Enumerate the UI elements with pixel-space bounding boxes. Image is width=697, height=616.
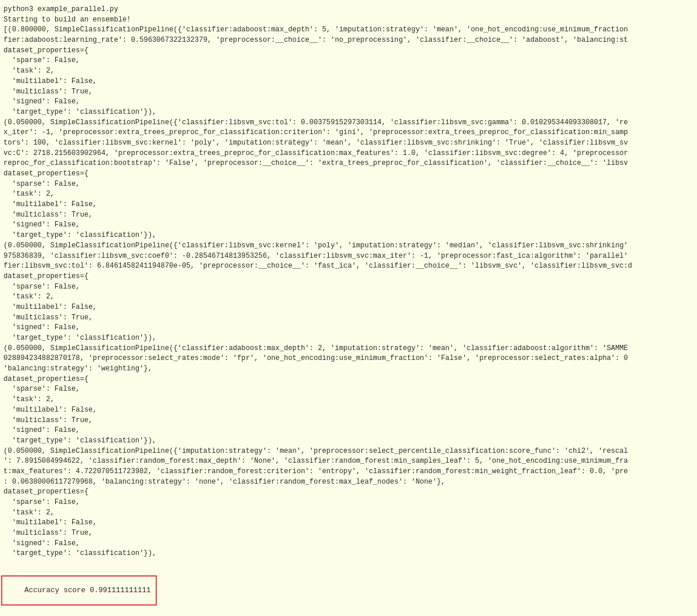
output-line: vc:C': 2718.215603902964, 'preprocessor:… — [3, 149, 694, 159]
output-line: : 0.06380006117279968, 'balancing:strate… — [3, 477, 694, 488]
output-line: 'signed': False, — [3, 323, 694, 333]
output-line: dataset_properties={ — [3, 487, 694, 498]
output-line: 028894234882870178, 'preprocessor:select… — [3, 354, 694, 364]
output-line: 'signed': False, — [3, 426, 694, 436]
output-line: (0.050000, SimpleClassificationPipeline(… — [3, 241, 694, 251]
output-line: 'sparse': False, — [3, 282, 694, 293]
output-line: 'multiclass': True, — [3, 528, 694, 539]
output-line: 'target_type': 'classification'}), — [3, 436, 694, 446]
output-line: dataset_properties={ — [3, 46, 694, 56]
accuracy-text: Accuracy score 0.991111111111 — [24, 586, 151, 595]
output-line: 'balancing:strategy': 'weighting'}, — [3, 364, 694, 374]
output-line: 'sparse': False, — [3, 56, 694, 66]
output-line: 'target_type': 'classification'}), — [3, 549, 694, 559]
output-line: x_iter': -1, 'preprocessor:extra_trees_p… — [3, 128, 694, 138]
output-line: fier:libsvm_svc:tol': 6.8461458241194870… — [3, 261, 694, 272]
output-line: fier:adaboost:learning_rate': 0.59630673… — [3, 35, 694, 46]
output-line: (0.050000, SimpleClassificationPipeline(… — [3, 118, 694, 128]
output-lines: python3 example_parallel.pyStarting to b… — [3, 5, 694, 559]
terminal-window: python3 example_parallel.pyStarting to b… — [0, 0, 697, 616]
output-line: 'sparse': False, — [3, 179, 694, 190]
output-line: 'multiclass': True, — [3, 416, 694, 426]
output-line: 'signed': False, — [3, 97, 694, 107]
output-line: 'multilabel': False, — [3, 405, 694, 416]
output-line: ': 7.8915084994622, 'classifier:random_f… — [3, 456, 694, 467]
output-line: reproc_for_classification:bootstrap': 'F… — [3, 158, 694, 169]
output-line: dataset_properties={ — [3, 169, 694, 179]
output-line: 'multilabel': False, — [3, 518, 694, 528]
output-line: dataset_properties={ — [3, 272, 694, 282]
output-line: 'signed': False, — [3, 220, 694, 230]
output-line: tors': 100, 'classifier:libsvm_svc:kerne… — [3, 138, 694, 149]
output-line: [(0.800000, SimpleClassificationPipeline… — [3, 25, 694, 35]
output-line: 'target_type': 'classification'}), — [3, 107, 694, 118]
output-line: 'multilabel': False, — [3, 77, 694, 87]
output-line: 'multiclass': True, — [3, 210, 694, 221]
output-line: 'task': 2, — [3, 189, 694, 200]
output-line: 'task': 2, — [3, 66, 694, 77]
output-line: 'multiclass': True, — [3, 87, 694, 98]
output-line: 975836839, 'classifier:libsvm_svc:coef0'… — [3, 251, 694, 262]
output-line: 'multiclass': True, — [3, 313, 694, 323]
output-line: 'sparse': False, — [3, 384, 694, 395]
accuracy-box: Accuracy score 0.991111111111 — [1, 575, 157, 606]
output-line: (0.050000, SimpleClassificationPipeline(… — [3, 344, 694, 354]
output-line: 'task': 2, — [3, 395, 694, 405]
output-line: 'task': 2, — [3, 292, 694, 302]
output-line: 'target_type': 'classification'}), — [3, 230, 694, 241]
output-line: t:max_features': 4.722070511723982, 'cla… — [3, 467, 694, 477]
output-line: Starting to build an ensemble! — [3, 15, 694, 26]
output-line: dataset_properties={ — [3, 374, 694, 385]
output-line: python3 example_parallel.py — [3, 5, 694, 15]
output-line: 'target_type': 'classification'}), — [3, 333, 694, 344]
output-line: 'multilabel': False, — [3, 200, 694, 210]
output-line: 'multilabel': False, — [3, 302, 694, 313]
output-line: 'sparse': False, — [3, 498, 694, 508]
output-line: 'task': 2, — [3, 508, 694, 518]
output-line: 'signed': False, — [3, 539, 694, 549]
output-line: (0.050000, SimpleClassificationPipeline(… — [3, 446, 694, 457]
